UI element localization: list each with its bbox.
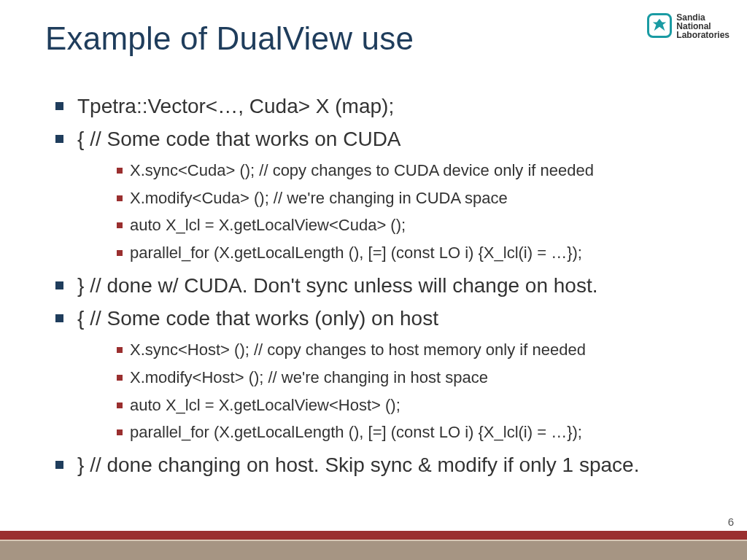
bullet-text: Tpetra::Vector<…, Cuda> X (map); <box>77 95 394 117</box>
bullet-item: Tpetra::Vector<…, Cuda> X (map); <box>45 90 711 122</box>
sub-bullet-item: X.modify<Cuda> (); // we're changing in … <box>77 184 711 212</box>
sub-bullet-text: X.sync<Host> (); // copy changes to host… <box>130 341 586 359</box>
sub-bullet-item: parallel_for (X.getLocalLength (), [=] (… <box>77 239 711 267</box>
sub-bullet-text: auto X_lcl = X.getLocalView<Host> (); <box>130 396 400 414</box>
sub-bullet-text: auto X_lcl = X.getLocalView<Cuda> (); <box>130 216 406 234</box>
thunderbird-icon <box>647 13 672 38</box>
page-number: 6 <box>728 516 734 528</box>
logo-line3: Laboratories <box>676 31 729 39</box>
bullet-list: Tpetra::Vector<…, Cuda> X (map); { // So… <box>45 90 711 481</box>
sub-bullet-text: X.sync<Cuda> (); // copy changes to CUDA… <box>130 161 594 179</box>
sub-bullet-item: auto X_lcl = X.getLocalView<Host> (); <box>77 392 711 419</box>
slide-title: Example of DualView use <box>45 20 414 57</box>
bullet-text: } // done changing on host. Skip sync & … <box>77 454 639 476</box>
bullet-text: { // Some code that works (only) on host <box>77 307 438 330</box>
slide: Example of DualView use Sandia National … <box>0 0 747 560</box>
bullet-item: { // Some code that works (only) on host… <box>45 303 711 446</box>
slide-content: Tpetra::Vector<…, Cuda> X (map); { // So… <box>45 90 711 483</box>
sandia-logo: Sandia National Laboratories <box>647 13 729 39</box>
sub-bullet-item: X.sync<Cuda> (); // copy changes to CUDA… <box>77 157 711 184</box>
bullet-item: } // done changing on host. Skip sync & … <box>45 449 711 481</box>
bullet-text: { // Some code that works on CUDA <box>77 128 401 150</box>
bullet-text: } // done w/ CUDA. Don't sync unless wil… <box>77 274 597 297</box>
sub-bullet-text: parallel_for (X.getLocalLength (), [=] (… <box>130 423 582 441</box>
footer-bar-red <box>0 531 747 540</box>
sub-bullet-item: parallel_for (X.getLocalLength (), [=] (… <box>77 419 711 446</box>
bullet-item: } // done w/ CUDA. Don't sync unless wil… <box>45 270 711 301</box>
sub-bullet-item: auto X_lcl = X.getLocalView<Cuda> (); <box>77 211 711 239</box>
sub-bullet-text: X.modify<Cuda> (); // we're changing in … <box>130 189 508 207</box>
sub-bullet-item: X.sync<Host> (); // copy changes to host… <box>77 336 711 364</box>
logo-text: Sandia National Laboratories <box>676 13 729 39</box>
sub-bullet-list: X.sync<Host> (); // copy changes to host… <box>77 336 711 446</box>
sub-bullet-text: parallel_for (X.getLocalLength (), [=] (… <box>130 244 582 262</box>
sub-bullet-list: X.sync<Cuda> (); // copy changes to CUDA… <box>77 157 711 267</box>
footer-bar-tan <box>0 541 747 560</box>
footer-bars <box>0 531 747 560</box>
sub-bullet-text: X.modify<Host> (); // we're changing in … <box>130 368 488 386</box>
sub-bullet-item: X.modify<Host> (); // we're changing in … <box>77 364 711 392</box>
bullet-item: { // Some code that works on CUDA X.sync… <box>45 123 711 267</box>
